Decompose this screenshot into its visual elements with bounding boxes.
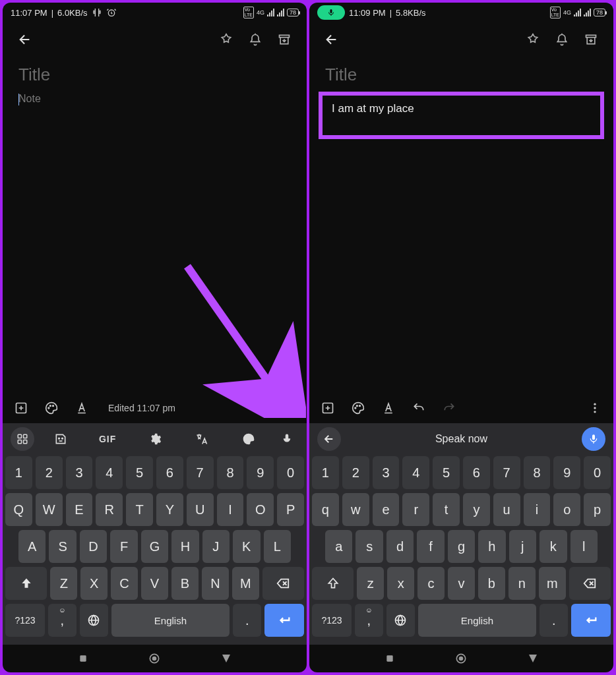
key-c[interactable]: C	[111, 567, 138, 600]
key-u[interactable]: u	[493, 493, 520, 526]
archive-button[interactable]	[272, 28, 296, 51]
key-w[interactable]: W	[36, 493, 63, 526]
key-a[interactable]: A	[18, 530, 46, 563]
symbols-key[interactable]: ?123	[312, 604, 352, 637]
key-j[interactable]: j	[509, 530, 536, 563]
sticker-icon[interactable]	[40, 432, 81, 446]
space-key[interactable]: English	[111, 604, 230, 637]
key-3[interactable]: 3	[66, 456, 93, 489]
mic-active-button[interactable]	[582, 427, 605, 451]
key-7[interactable]: 7	[187, 456, 214, 489]
nav-home[interactable]	[148, 652, 161, 665]
key-o[interactable]: O	[247, 493, 274, 526]
key-s[interactable]: S	[49, 530, 76, 563]
title-input[interactable]: Title	[3, 57, 307, 88]
key-4[interactable]: 4	[402, 456, 429, 489]
key-6[interactable]: 6	[463, 456, 490, 489]
settings-icon[interactable]	[134, 432, 175, 446]
shift-key[interactable]	[5, 567, 47, 600]
text-format-button[interactable]	[75, 401, 88, 415]
translate-icon[interactable]	[181, 432, 222, 446]
key-7[interactable]: 7	[493, 456, 520, 489]
key-5[interactable]: 5	[126, 456, 153, 489]
comma-key[interactable]: ☺,	[48, 604, 77, 637]
period-key[interactable]: .	[233, 604, 261, 637]
key-i[interactable]: I	[217, 493, 244, 526]
key-t[interactable]: t	[433, 493, 460, 526]
palette-button[interactable]	[352, 401, 365, 415]
archive-button[interactable]	[579, 28, 603, 51]
key-m[interactable]: M	[232, 567, 259, 600]
period-key[interactable]: .	[539, 604, 568, 637]
key-n[interactable]: N	[202, 567, 229, 600]
key-b[interactable]: B	[171, 567, 199, 600]
key-h[interactable]: h	[478, 530, 505, 563]
gif-button[interactable]: GIF	[86, 434, 128, 444]
add-button[interactable]	[15, 401, 28, 415]
apps-icon[interactable]	[11, 427, 34, 451]
enter-key[interactable]	[264, 604, 304, 637]
key-v[interactable]: v	[448, 567, 475, 600]
undo-button[interactable]	[412, 401, 425, 415]
theme-icon[interactable]	[228, 432, 270, 446]
key-2[interactable]: 2	[342, 456, 369, 489]
key-l[interactable]: L	[264, 530, 291, 563]
key-l[interactable]: l	[570, 530, 598, 563]
language-key[interactable]	[386, 604, 415, 637]
back-button[interactable]	[13, 28, 37, 51]
key-1[interactable]: 1	[5, 456, 32, 489]
key-z[interactable]: Z	[50, 567, 77, 600]
key-d[interactable]: D	[80, 530, 107, 563]
key-q[interactable]: q	[312, 493, 339, 526]
nav-recent[interactable]	[385, 653, 395, 664]
key-n[interactable]: n	[508, 567, 536, 600]
key-k[interactable]: K	[233, 530, 260, 563]
back-button[interactable]	[320, 28, 344, 51]
backspace-key[interactable]	[569, 567, 611, 600]
nav-back[interactable]	[220, 653, 232, 664]
kb-back-button[interactable]	[317, 427, 341, 451]
title-input[interactable]: Title	[309, 57, 613, 88]
redo-button[interactable]	[443, 401, 456, 415]
key-x[interactable]: X	[80, 567, 108, 600]
more-button[interactable]	[588, 401, 601, 415]
note-text[interactable]: I am at my place	[332, 102, 414, 115]
more-button[interactable]	[282, 401, 295, 415]
key-p[interactable]: p	[584, 493, 611, 526]
enter-key[interactable]	[571, 604, 611, 637]
space-key[interactable]: English	[418, 604, 537, 637]
note-input[interactable]: Note	[3, 88, 307, 110]
mic-button[interactable]	[275, 433, 299, 445]
key-p[interactable]: P	[277, 493, 304, 526]
symbols-key[interactable]: ?123	[5, 604, 45, 637]
key-x[interactable]: x	[387, 567, 414, 600]
key-5[interactable]: 5	[433, 456, 460, 489]
key-r[interactable]: r	[402, 493, 429, 526]
key-9[interactable]: 9	[553, 456, 580, 489]
key-b[interactable]: b	[478, 567, 505, 600]
key-d[interactable]: d	[386, 530, 414, 563]
key-m[interactable]: m	[539, 567, 566, 600]
key-e[interactable]: E	[66, 493, 93, 526]
key-s[interactable]: s	[355, 530, 383, 563]
key-g[interactable]: g	[448, 530, 475, 563]
key-j[interactable]: J	[202, 530, 230, 563]
key-z[interactable]: z	[357, 567, 384, 600]
backspace-key[interactable]	[262, 567, 304, 600]
key-w[interactable]: w	[342, 493, 369, 526]
key-v[interactable]: V	[141, 567, 168, 600]
key-y[interactable]: y	[463, 493, 490, 526]
pin-button[interactable]	[521, 28, 545, 51]
key-u[interactable]: U	[187, 493, 214, 526]
comma-key[interactable]: ☺,	[355, 604, 383, 637]
key-e[interactable]: e	[373, 493, 400, 526]
key-k[interactable]: k	[539, 530, 567, 563]
key-1[interactable]: 1	[312, 456, 339, 489]
key-a[interactable]: a	[325, 530, 352, 563]
key-i[interactable]: i	[524, 493, 551, 526]
reminder-button[interactable]	[243, 28, 267, 51]
shift-key[interactable]	[312, 567, 354, 600]
key-4[interactable]: 4	[96, 456, 123, 489]
reminder-button[interactable]	[550, 28, 574, 51]
key-f[interactable]: f	[417, 530, 444, 563]
